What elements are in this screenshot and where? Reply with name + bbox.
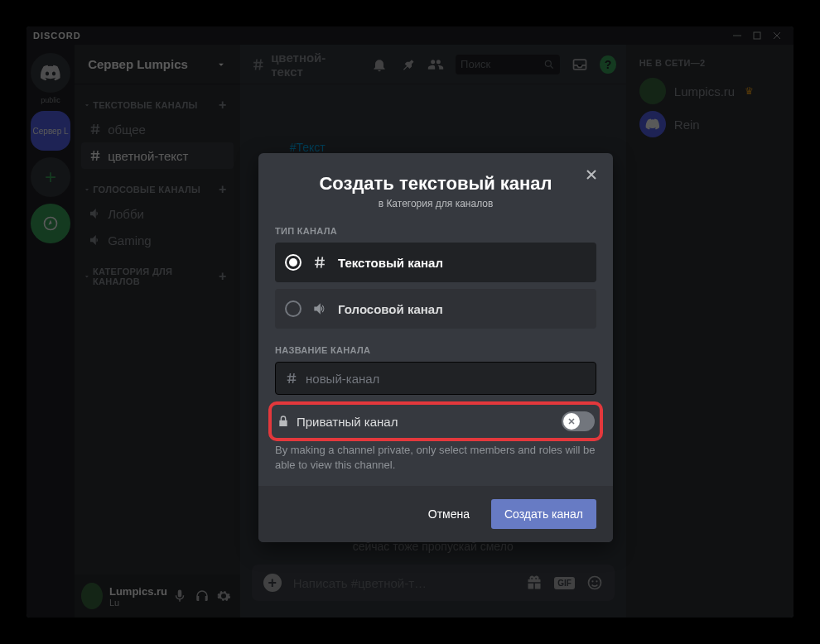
- app-window: DISCORD public Сервер L + Сервер Lumpics: [27, 26, 793, 618]
- name-label: НАЗВАНИЕ КАНАЛА: [275, 345, 596, 355]
- lock-icon: [277, 415, 290, 428]
- modal-title: Создать текстовый канал: [275, 173, 596, 195]
- cancel-button[interactable]: Отмена: [415, 499, 483, 529]
- channel-type-text[interactable]: Текстовый канал: [275, 243, 596, 282]
- switch-knob: [563, 413, 580, 430]
- name-placeholder: новый-канал: [306, 372, 379, 386]
- private-description: By making a channel private, only select…: [275, 443, 596, 473]
- close-icon: [583, 166, 600, 183]
- hash-icon: [311, 254, 328, 271]
- radio-selected: [285, 254, 301, 271]
- channel-name-input[interactable]: новый-канал: [275, 362, 596, 395]
- modal-close-button[interactable]: [581, 165, 601, 185]
- create-channel-modal: Создать текстовый канал в Категория для …: [258, 153, 613, 542]
- radio-unselected: [285, 300, 301, 317]
- create-button[interactable]: Создать канал: [491, 499, 596, 529]
- type-label: ТИП КАНАЛА: [275, 226, 596, 236]
- modal-footer: Отмена Создать канал: [258, 486, 613, 542]
- private-toggle[interactable]: [562, 411, 595, 431]
- modal-subtitle: в Категория для каналов: [275, 198, 596, 209]
- speaker-icon: [311, 300, 328, 317]
- channel-type-voice[interactable]: Голосовой канал: [275, 289, 596, 329]
- close-icon: [567, 416, 576, 426]
- private-toggle-row: Приватный канал: [275, 406, 596, 436]
- private-label: Приватный канал: [297, 415, 398, 429]
- hash-icon: [284, 371, 299, 386]
